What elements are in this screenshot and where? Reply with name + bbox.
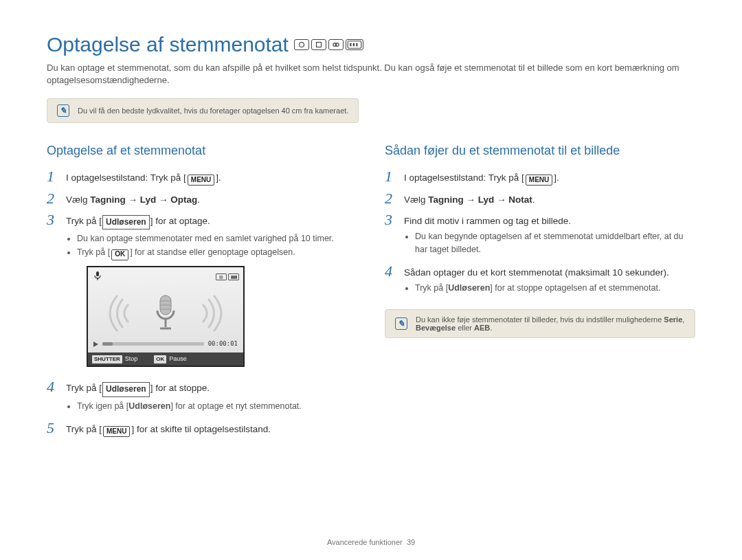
left-heading: Optagelse af et stemmenotat: [47, 144, 357, 158]
step-body: Tryk på [Udløseren] for at stoppe. Tryk …: [66, 379, 302, 415]
mode-program-icon: [311, 39, 326, 50]
bullet: Tryk på [Udløseren] for at stoppe optage…: [415, 282, 669, 294]
progress-bar: [102, 342, 204, 346]
intro-text: Du kan optage et stemmenotat, som du kan…: [47, 62, 695, 86]
step-number: 4: [47, 379, 58, 394]
page-title: Optagelse af stemmenotat: [47, 33, 695, 56]
shutter-tag: SHUTTER: [92, 355, 122, 363]
left-step-2: 2 Vælg Tagning → Lyd → Optag.: [47, 191, 357, 207]
menu-button-icon: MENU: [526, 175, 552, 186]
svg-rect-5: [96, 271, 99, 276]
right-step-4: 4 Sådan optager du et kort stemmenotat (…: [385, 264, 695, 298]
ok-button-icon: OK: [111, 249, 128, 260]
footer-section: Avancerede funktioner: [327, 538, 403, 546]
step-body: Tryk på [MENU] for at skifte til optagel…: [66, 421, 271, 437]
sound-wave-left-icon: [102, 293, 129, 334]
mode-scene-icon: [346, 39, 363, 50]
note-icon: ✎: [57, 104, 69, 117]
step-number: 2: [385, 191, 396, 206]
step-body: Find dit motiv i rammen og tag et billed…: [404, 212, 695, 258]
page: Optagelse af stemmenotat Du kan optage e…: [0, 0, 742, 560]
page-title-text: Optagelse af stemmenotat: [47, 33, 289, 56]
play-icon: [93, 341, 98, 347]
step-number: 2: [47, 191, 58, 206]
bullet: Du kan begynde optagelsen af et stemmeno…: [415, 230, 695, 255]
top-note-text: Du vil få den bedste lydkvalitet, hvis d…: [78, 107, 348, 115]
screen-bottom-bar: SHUTTER Stop OK Pause: [88, 352, 243, 366]
battery-icon: ▮▮▮: [228, 273, 239, 280]
step-body: I optagelsestilstand: Tryk på [MENU].: [404, 169, 559, 186]
step-bullets: Tryk igen på [Udløseren] for at optage e…: [66, 400, 302, 412]
step-bullets: Du kan begynde optagelsen af et stemmeno…: [404, 230, 695, 255]
shutter-label: Udløseren: [102, 215, 150, 229]
step-number: 3: [47, 212, 58, 227]
step-body: Vælg Tagning → Lyd → Notat.: [404, 191, 535, 207]
bullet: Du kan optage stemmenotater med en samle…: [77, 232, 334, 245]
mode-dual-icon: [328, 39, 344, 50]
step-number: 4: [385, 264, 396, 279]
svg-rect-1: [316, 43, 321, 47]
bullet: Tryk på [OK] for at standse eller genopt…: [77, 246, 334, 260]
step-number: 3: [385, 212, 396, 227]
step-body: Tryk på [Udløseren] for at optage. Du ka…: [66, 212, 334, 374]
right-column: Sådan føjer du et stemmenotat til et bil…: [385, 144, 695, 443]
right-note-text: Du kan ikke føje stemmenotater til bille…: [416, 315, 685, 332]
right-step-3: 3 Find dit motiv i rammen og tag et bill…: [385, 212, 695, 258]
timecode: 00:00:01: [208, 339, 238, 348]
recorder-screen: ▧ ▮▮▮: [87, 266, 245, 368]
step-number: 1: [385, 169, 396, 184]
screen-statusbar: ▧ ▮▮▮: [88, 267, 243, 288]
mic-area: [88, 287, 243, 338]
columns: Optagelse af et stemmenotat 1 I optagels…: [47, 144, 695, 443]
progress-row: 00:00:01: [88, 338, 243, 352]
step-body: I optagelsestilstand: Tryk på [MENU].: [66, 169, 221, 186]
left-step-3: 3 Tryk på [Udløseren] for at optage. Du …: [47, 212, 357, 374]
svg-point-0: [299, 43, 304, 47]
left-step-1: 1 I optagelsestilstand: Tryk på [MENU].: [47, 169, 357, 186]
right-step-2: 2 Vælg Tagning → Lyd → Notat.: [385, 191, 695, 207]
mode-auto-icon: [294, 39, 309, 50]
top-note: ✎ Du vil få den bedste lydkvalitet, hvis…: [47, 98, 359, 123]
menu-button-icon: MENU: [103, 426, 130, 437]
step-body: Vælg Tagning → Lyd → Optag.: [66, 191, 200, 207]
footer-page-number: 39: [407, 538, 415, 546]
shutter-label: Udløseren: [102, 382, 150, 396]
step-bullets: Tryk på [Udløseren] for at stoppe optage…: [404, 282, 669, 294]
left-step-5: 5 Tryk på [MENU] for at skifte til optag…: [47, 421, 357, 437]
left-column: Optagelse af et stemmenotat 1 I optagels…: [47, 144, 357, 443]
screen-pause-label: OK Pause: [154, 355, 187, 363]
step-number: 5: [47, 421, 58, 436]
screen-tray: ▧ ▮▮▮: [216, 273, 239, 280]
sd-card-icon: ▧: [216, 273, 227, 280]
sound-wave-right-icon: [202, 293, 229, 334]
bullet: Tryk igen på [Udløseren] for at optage e…: [77, 400, 302, 412]
right-heading: Sådan føjer du et stemmenotat til et bil…: [385, 144, 695, 158]
mic-small-icon: [92, 270, 103, 285]
mode-icons: [294, 39, 363, 50]
left-step-4: 4 Tryk på [Udløseren] for at stoppe. Try…: [47, 379, 357, 415]
note-icon: ✎: [395, 317, 407, 330]
mic-large-icon: [150, 293, 181, 334]
footer: Avancerede funktioner 39: [0, 538, 742, 546]
screen-stop-label: SHUTTER Stop: [92, 355, 137, 363]
menu-button-icon: MENU: [188, 175, 214, 186]
step-body: Sådan optager du et kort stemmenotat (ma…: [404, 264, 669, 298]
right-step-1: 1 I optagelsestilstand: Tryk på [MENU].: [385, 169, 695, 186]
step-bullets: Du kan optage stemmenotater med en samle…: [66, 232, 334, 260]
step-number: 1: [47, 169, 58, 184]
right-note: ✎ Du kan ikke føje stemmenotater til bil…: [385, 309, 695, 338]
ok-tag: OK: [154, 355, 166, 363]
